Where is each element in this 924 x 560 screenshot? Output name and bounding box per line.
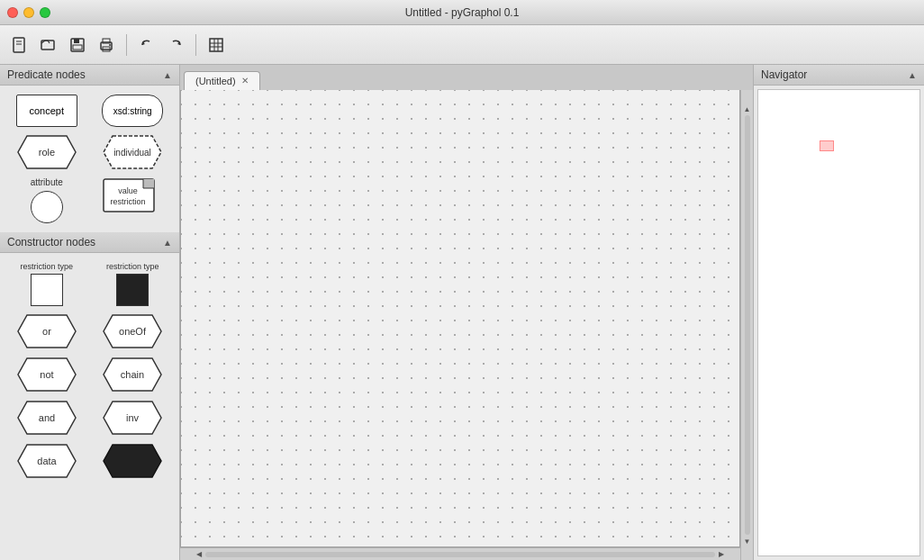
navigator-panel: Navigator ▲ xyxy=(753,65,924,560)
or-node-item[interactable]: or xyxy=(7,313,86,349)
sidebar: Predicate nodes ▲ concept xsd:string xyxy=(0,65,180,560)
svg-text:value: value xyxy=(118,186,138,195)
svg-point-10 xyxy=(109,44,111,46)
constructor-panel-toggle[interactable]: ▲ xyxy=(163,238,172,248)
svg-text:restriction: restriction xyxy=(111,197,146,206)
xsdstring-node-label: xsd:string xyxy=(113,106,152,116)
not-node-item[interactable]: not xyxy=(7,357,86,393)
svg-marker-42 xyxy=(104,445,161,477)
svg-rect-5 xyxy=(74,39,79,43)
constructor-nodes-grid: restriction type restriction type or on xyxy=(0,253,179,488)
svg-text:data: data xyxy=(37,456,57,466)
predicate-panel-title: Predicate nodes xyxy=(7,68,86,81)
data-node-shape: data xyxy=(16,443,77,479)
print-document-button[interactable] xyxy=(94,32,119,58)
navigator-node-preview xyxy=(820,140,834,151)
predicate-panel-header: Predicate nodes ▲ xyxy=(0,65,179,86)
toolbar-separator-2 xyxy=(195,34,196,56)
individual-node-wrapper: individual xyxy=(102,134,163,170)
open-document-icon xyxy=(41,37,57,53)
attribute-label: attribute xyxy=(31,177,63,187)
svg-text:inv: inv xyxy=(126,412,140,423)
or-node-shape: or xyxy=(16,313,77,349)
xsdstring-node-item[interactable]: xsd:string xyxy=(94,95,173,127)
svg-rect-0 xyxy=(14,38,24,52)
window-controls xyxy=(7,7,50,18)
h-scrollbar-track[interactable] xyxy=(205,552,715,557)
svg-text:role: role xyxy=(39,147,55,158)
undo-button[interactable] xyxy=(134,32,159,58)
maximize-button[interactable] xyxy=(40,7,50,18)
open-document-button[interactable] xyxy=(36,32,61,58)
data-node-item[interactable]: data xyxy=(7,443,86,479)
inv-node-shape: inv xyxy=(102,400,163,436)
tab-close-button[interactable]: ✕ xyxy=(241,77,249,86)
role-node-item[interactable]: role xyxy=(7,134,86,170)
scroll-right-button[interactable]: ▶ xyxy=(715,548,728,561)
svg-marker-23 xyxy=(143,179,154,188)
grid-icon xyxy=(208,37,224,53)
scroll-down-button[interactable]: ▼ xyxy=(741,535,754,547)
constructor-panel-title: Constructor nodes xyxy=(7,236,95,248)
value-restriction-node-item[interactable]: value restriction xyxy=(94,177,173,223)
svg-text:individual: individual xyxy=(113,148,151,158)
restriction-black-label: restriction type xyxy=(106,262,159,272)
print-document-icon xyxy=(98,37,114,53)
v-scrollbar-track[interactable] xyxy=(745,115,750,535)
close-button[interactable] xyxy=(7,7,18,18)
predicate-panel-toggle[interactable]: ▲ xyxy=(163,70,172,80)
attribute-node-item[interactable]: attribute xyxy=(7,177,86,223)
window-title: Untitled - pyGraphol 0.1 xyxy=(405,6,520,19)
individual-node-shape: individual xyxy=(102,134,163,170)
concept-node-item[interactable]: concept xyxy=(7,95,86,127)
horizontal-scrollbar[interactable]: ◀ ▶ xyxy=(180,547,740,560)
concept-node-shape: concept xyxy=(16,95,77,127)
restriction-white-shape xyxy=(31,274,63,306)
vertical-scrollbar[interactable]: ▲ ▼ xyxy=(740,90,753,560)
canvas-dots xyxy=(181,90,739,546)
attribute-node-shape xyxy=(31,191,63,223)
individual-node-item[interactable]: individual xyxy=(94,134,173,170)
grid-toggle-button[interactable] xyxy=(204,32,229,58)
restriction-white-label: restriction type xyxy=(20,262,73,272)
new-document-button[interactable] xyxy=(7,32,32,58)
svg-text:not: not xyxy=(40,369,53,380)
svg-text:chain: chain xyxy=(121,369,144,380)
chain-node-item[interactable]: chain xyxy=(94,357,173,393)
xsdstring-node-shape: xsd:string xyxy=(102,95,163,127)
scroll-up-button[interactable]: ▲ xyxy=(741,103,754,115)
restriction-black-node-item[interactable]: restriction type xyxy=(94,262,173,306)
svg-rect-6 xyxy=(73,45,82,50)
restriction-white-node-item[interactable]: restriction type xyxy=(7,262,86,306)
toolbar-separator-1 xyxy=(126,34,127,56)
scroll-left-button[interactable]: ◀ xyxy=(193,548,205,561)
concept-node-label: concept xyxy=(29,105,64,116)
inv-node-item[interactable]: inv xyxy=(94,400,173,436)
svg-text:and: and xyxy=(39,412,55,423)
save-document-button[interactable] xyxy=(65,32,90,58)
navigator-title: Navigator xyxy=(761,68,807,81)
constructor-panel-header: Constructor nodes ▲ xyxy=(0,232,179,253)
redo-button[interactable] xyxy=(163,32,188,58)
new-document-icon xyxy=(12,37,28,53)
title-bar: Untitled - pyGraphol 0.1 xyxy=(0,0,924,25)
predicate-nodes-grid: concept xsd:string role xyxy=(0,86,179,232)
and-node-item[interactable]: and xyxy=(7,400,86,436)
navigator-toggle[interactable]: ▲ xyxy=(908,70,917,80)
role-node-shape: role xyxy=(16,134,77,170)
redo-icon xyxy=(168,37,184,53)
minimize-button[interactable] xyxy=(23,7,34,18)
oneof-node-item[interactable]: oneOf xyxy=(94,313,173,349)
data-black-node-shape xyxy=(102,443,163,479)
svg-text:oneOf: oneOf xyxy=(119,326,147,337)
undo-icon xyxy=(139,37,155,53)
navigator-canvas[interactable] xyxy=(757,89,920,556)
role-node-wrapper: role xyxy=(16,134,77,170)
main-layout: Predicate nodes ▲ concept xsd:string xyxy=(0,65,924,560)
tab-untitled[interactable]: (Untitled) ✕ xyxy=(184,71,260,90)
canvas-with-scroll: ◀ ▶ ▲ ▼ xyxy=(180,90,753,560)
data-black-node-item[interactable] xyxy=(94,443,173,479)
canvas-area: (Untitled) ✕ ◀ ▶ ▲ ▼ xyxy=(180,65,753,560)
canvas-content[interactable] xyxy=(180,90,740,547)
canvas-main: ◀ ▶ xyxy=(180,90,740,560)
